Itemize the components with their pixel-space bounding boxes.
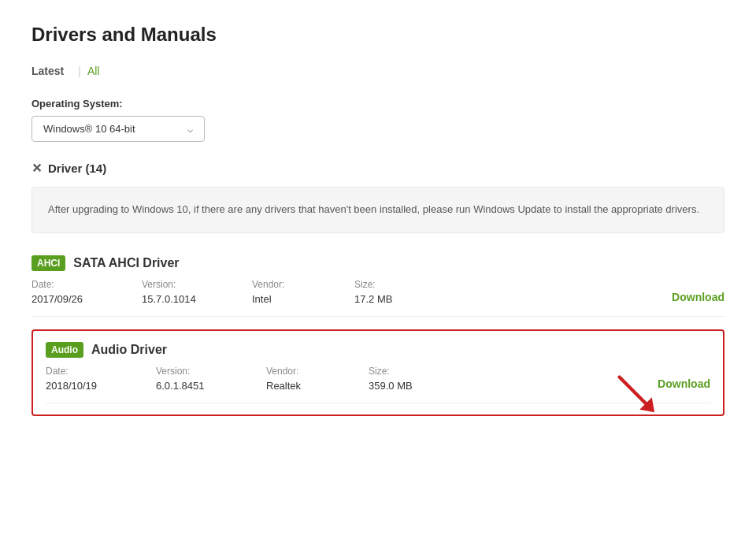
- driver-section-header: ✕ Driver (14): [32, 161, 724, 176]
- driver-item-ahci: AHCI SATA AHCI Driver Date: 2017/09/26 V…: [32, 255, 724, 317]
- meta-date-audio: Date: 2018/10/19: [46, 366, 156, 392]
- arrow-indicator: [613, 370, 660, 418]
- date-label-audio: Date:: [46, 366, 156, 377]
- close-icon[interactable]: ✕: [32, 161, 42, 176]
- meta-size-audio: Size: 359.0 MB: [369, 366, 471, 392]
- page-title: Drivers and Manuals: [32, 24, 724, 46]
- driver-section-label: Driver (14): [48, 162, 106, 175]
- version-label-audio: Version:: [156, 366, 266, 377]
- driver-item-audio: Audio Audio Driver Date: 2018/10/19 Vers…: [32, 329, 724, 416]
- tab-all[interactable]: All: [87, 61, 100, 80]
- tabs-container: Latest | All: [32, 61, 724, 80]
- date-value-ahci: 2017/09/26: [32, 293, 142, 305]
- vendor-value-ahci: Intel: [252, 293, 354, 305]
- download-link-ahci[interactable]: Download: [672, 291, 724, 305]
- info-text: After upgrading to Windows 10, if there …: [48, 203, 699, 215]
- date-label-ahci: Date:: [32, 279, 142, 290]
- svg-line-0: [620, 377, 648, 405]
- size-value-ahci: 17.2 MB: [354, 293, 457, 305]
- badge-ahci: AHCI: [32, 255, 65, 271]
- badge-audio: Audio: [46, 342, 83, 358]
- driver-meta-audio: Date: 2018/10/19 Version: 6.0.1.8451 Ven…: [46, 366, 710, 403]
- os-dropdown[interactable]: Windows® 10 64-bit ⌵: [32, 116, 205, 142]
- date-value-audio: 2018/10/19: [46, 380, 156, 392]
- driver-title-row-ahci: AHCI SATA AHCI Driver: [32, 255, 724, 271]
- chevron-down-icon: ⌵: [187, 124, 193, 135]
- driver-title-row-audio: Audio Audio Driver: [46, 342, 710, 358]
- os-label: Operating System:: [32, 98, 724, 110]
- driver-name-ahci: SATA AHCI Driver: [73, 256, 179, 270]
- meta-size-ahci: Size: 17.2 MB: [354, 279, 457, 305]
- meta-version-ahci: Version: 15.7.0.1014: [142, 279, 252, 305]
- version-value-audio: 6.0.1.8451: [156, 380, 266, 392]
- driver-meta-ahci: Date: 2017/09/26 Version: 15.7.0.1014 Ve…: [32, 279, 724, 317]
- os-selected-value: Windows® 10 64-bit: [43, 123, 135, 135]
- meta-vendor-ahci: Vendor: Intel: [252, 279, 354, 305]
- size-value-audio: 359.0 MB: [369, 380, 471, 392]
- vendor-value-audio: Realtek: [266, 380, 369, 392]
- meta-date-ahci: Date: 2017/09/26: [32, 279, 142, 305]
- meta-version-audio: Version: 6.0.1.8451: [156, 366, 266, 392]
- size-label-audio: Size:: [369, 366, 471, 377]
- info-box: After upgrading to Windows 10, if there …: [32, 187, 724, 233]
- meta-vendor-audio: Vendor: Realtek: [266, 366, 369, 392]
- tab-latest[interactable]: Latest: [32, 61, 72, 80]
- download-link-audio[interactable]: Download: [658, 377, 710, 392]
- vendor-label-ahci: Vendor:: [252, 279, 354, 290]
- tab-divider: |: [72, 65, 87, 77]
- version-value-ahci: 15.7.0.1014: [142, 293, 252, 305]
- version-label-ahci: Version:: [142, 279, 252, 290]
- vendor-label-audio: Vendor:: [266, 366, 369, 377]
- size-label-ahci: Size:: [354, 279, 457, 290]
- driver-name-audio: Audio Driver: [91, 343, 167, 357]
